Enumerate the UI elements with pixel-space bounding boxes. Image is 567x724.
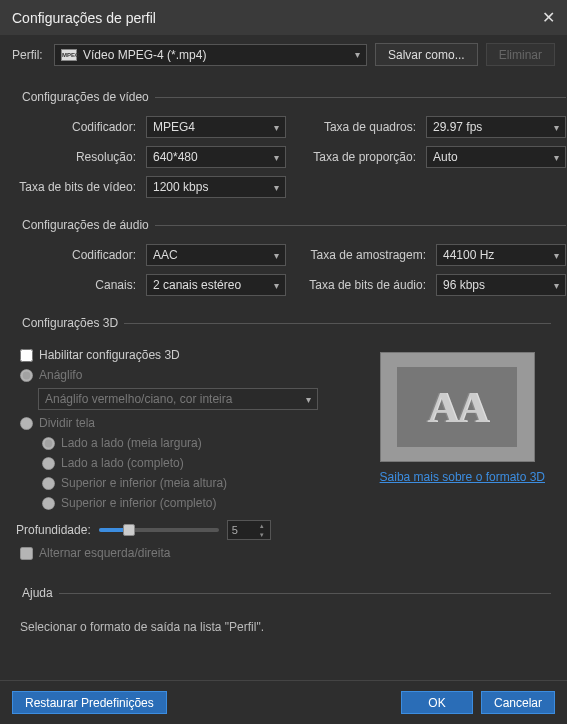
samplerate-label: Taxa de amostragem: (296, 248, 426, 262)
channels-dropdown[interactable]: 2 canais estéreo (146, 274, 286, 296)
swap-checkbox (20, 547, 33, 560)
audio-encoder-label: Codificador: (16, 248, 136, 262)
enable-3d-row[interactable]: Habilitar configurações 3D (20, 348, 368, 362)
audio-legend: Configurações de áudio (16, 218, 155, 232)
video-bitrate-label: Taxa de bits de vídeo: (16, 180, 136, 194)
tab-half-row: Superior e inferior (meia altura) (42, 476, 368, 490)
tab-half-radio (42, 477, 55, 490)
close-icon[interactable]: ✕ (542, 8, 555, 27)
split-radio (20, 417, 33, 430)
tab-full-radio (42, 497, 55, 510)
restore-defaults-button[interactable]: Restaurar Predefinições (12, 691, 167, 714)
enable-3d-label: Habilitar configurações 3D (39, 348, 180, 362)
split-row: Dividir tela (20, 416, 368, 430)
channels-label: Canais: (16, 278, 136, 292)
ok-button[interactable]: OK (401, 691, 473, 714)
help-text: Selecionar o formato de saída na lista "… (20, 620, 551, 634)
three-d-legend: Configurações 3D (16, 316, 124, 330)
split-label: Dividir tela (39, 416, 95, 430)
video-bitrate-dropdown[interactable]: 1200 kbps (146, 176, 286, 198)
tab-full-row: Superior e inferior (completo) (42, 496, 368, 510)
samplerate-dropdown[interactable]: 44100 Hz (436, 244, 566, 266)
audio-bitrate-label: Taxa de bits de áudio: (296, 278, 426, 292)
aspect-dropdown[interactable]: Auto (426, 146, 566, 168)
depth-label: Profundidade: (16, 523, 91, 537)
profile-label: Perfil: (12, 48, 46, 62)
help-section: Ajuda Selecionar o formato de saída na l… (16, 586, 551, 634)
anaglyph-radio (20, 369, 33, 382)
depth-slider[interactable] (99, 528, 219, 532)
sbs-full-row: Lado a lado (completo) (42, 456, 368, 470)
audio-settings: Configurações de áudio Codificador: AAC … (16, 218, 566, 296)
sbs-half-row: Lado a lado (meia largura) (42, 436, 368, 450)
three-d-preview: AA (380, 352, 535, 462)
audio-encoder-dropdown[interactable]: AAC (146, 244, 286, 266)
framerate-label: Taxa de quadros: (296, 120, 416, 134)
resolution-dropdown[interactable]: 640*480 (146, 146, 286, 168)
profile-row: Perfil: MPEG Vídeo MPEG-4 (*.mp4) Salvar… (0, 35, 567, 70)
save-as-button[interactable]: Salvar como... (375, 43, 478, 66)
video-encoder-label: Codificador: (16, 120, 136, 134)
cancel-button[interactable]: Cancelar (481, 691, 555, 714)
three-d-settings: Configurações 3D Habilitar configurações… (16, 316, 551, 566)
anaglyph-row: Anáglifo (20, 368, 368, 382)
video-encoder-dropdown[interactable]: MPEG4 (146, 116, 286, 138)
video-settings: Configurações de vídeo Codificador: MPEG… (16, 90, 566, 198)
mpeg4-icon: MPEG (61, 49, 77, 61)
profile-dropdown[interactable]: MPEG Vídeo MPEG-4 (*.mp4) (54, 44, 367, 66)
swap-label: Alternar esquerda/direita (39, 546, 170, 560)
content: Configurações de vídeo Codificador: MPEG… (0, 70, 567, 680)
depth-spinner[interactable]: 5 ▲▼ (227, 520, 271, 540)
profile-value: Vídeo MPEG-4 (*.mp4) (83, 48, 206, 62)
help-legend: Ajuda (16, 586, 59, 600)
window-title: Configurações de perfil (12, 10, 156, 26)
delete-button: Eliminar (486, 43, 555, 66)
resolution-label: Resolução: (16, 150, 136, 164)
enable-3d-checkbox[interactable] (20, 349, 33, 362)
spinner-arrows-icon[interactable]: ▲▼ (256, 521, 268, 539)
sbs-half-radio (42, 437, 55, 450)
anaglyph-mode-dropdown: Anáglifo vermelho/ciano, cor inteira (38, 388, 318, 410)
video-legend: Configurações de vídeo (16, 90, 155, 104)
learn-more-link[interactable]: Saiba mais sobre o formato 3D (380, 470, 545, 484)
anaglyph-label: Anáglifo (39, 368, 82, 382)
sbs-full-radio (42, 457, 55, 470)
footer: Restaurar Predefinições OK Cancelar (0, 680, 567, 724)
audio-bitrate-dropdown[interactable]: 96 kbps (436, 274, 566, 296)
framerate-dropdown[interactable]: 29.97 fps (426, 116, 566, 138)
anaglyph-preview-icon: AA (427, 382, 487, 433)
swap-row: Alternar esquerda/direita (20, 546, 368, 560)
depth-row: Profundidade: 5 ▲▼ (16, 520, 368, 540)
aspect-label: Taxa de proporção: (296, 150, 416, 164)
titlebar: Configurações de perfil ✕ (0, 0, 567, 35)
